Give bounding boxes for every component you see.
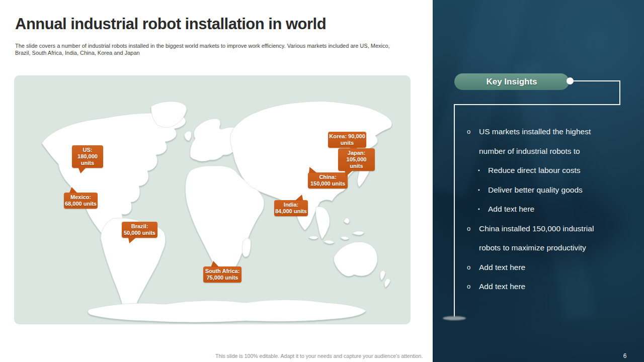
connector-line [619, 80, 620, 105]
subtitle-line-2: Brazil, South Africa, India, China, Kore… [15, 49, 433, 56]
callout-mexico[interactable]: Mexico: 68,000 units [64, 193, 98, 209]
callout-brazil[interactable]: Brazil: 50,000 units [122, 222, 157, 238]
bullet-marker: ▪ [478, 200, 488, 219]
connector-line [573, 80, 620, 81]
callout-japan[interactable]: Japan: 105,000 units [338, 148, 375, 171]
subtitle-line-1: The slide covers a number of industrial … [15, 42, 433, 49]
callout-us[interactable]: US: 180,000 units [72, 145, 103, 168]
insight-item[interactable]: oAdd text here [467, 258, 618, 278]
bullet-marker: o [467, 277, 479, 297]
connector-dot [567, 77, 574, 84]
insight-text: US markets installed the highest number … [479, 122, 602, 161]
page-title: Annual industrial robot installation in … [15, 15, 428, 33]
connector-line-base [443, 316, 466, 320]
insight-text: Deliver better quality goods [488, 180, 611, 200]
bullet-marker: ▪ [478, 180, 488, 200]
insight-item[interactable]: ▪Deliver better quality goods [478, 180, 618, 200]
bullet-marker: ▪ [478, 161, 488, 180]
key-insights-header: Key Insights [454, 73, 569, 90]
islands-new-zealand [380, 270, 390, 288]
insight-text: Add text here [488, 200, 611, 219]
insight-text: Add text here [479, 277, 602, 297]
bullet-marker: o [467, 122, 479, 142]
insights-box-top-border [454, 104, 620, 105]
insight-item[interactable]: oUS markets installed the highest number… [467, 122, 618, 161]
bullet-marker: o [467, 258, 479, 278]
footer-note: This slide is 100% editable. Adapt it to… [215, 353, 423, 359]
insights-box-left-border [454, 104, 455, 318]
insight-text: China installed 150,000 industrial robot… [479, 219, 602, 258]
landmass-australia [334, 242, 378, 277]
bullet-marker: o [467, 219, 479, 239]
insight-item[interactable]: oAdd text here [467, 277, 618, 297]
landmass-southeast-asia [316, 207, 330, 239]
insights-list: oUS markets installed the highest number… [467, 122, 618, 297]
callout-korea[interactable]: Korea: 90,000 units [328, 132, 366, 148]
insight-text: Add text here [479, 258, 602, 278]
landmass-madagascar [242, 238, 251, 257]
callout-india[interactable]: India: 84,000 units [274, 200, 308, 216]
insight-item[interactable]: ▪Add text here [478, 200, 618, 219]
page-number: 6 [620, 352, 630, 359]
page-subtitle: The slide covers a number of industrial … [15, 42, 433, 56]
islands-indonesia [308, 218, 364, 244]
insight-item[interactable]: ▪Reduce direct labour costs [478, 161, 618, 180]
insight-item[interactable]: oChina installed 150,000 industrial robo… [467, 219, 618, 258]
landmass-british-isles [184, 131, 192, 141]
callout-southafrica[interactable]: South Africa: 75,000 units [203, 266, 242, 283]
callout-china[interactable]: China: 150,000 units [308, 172, 348, 189]
insight-text: Reduce direct labour costs [488, 161, 611, 180]
